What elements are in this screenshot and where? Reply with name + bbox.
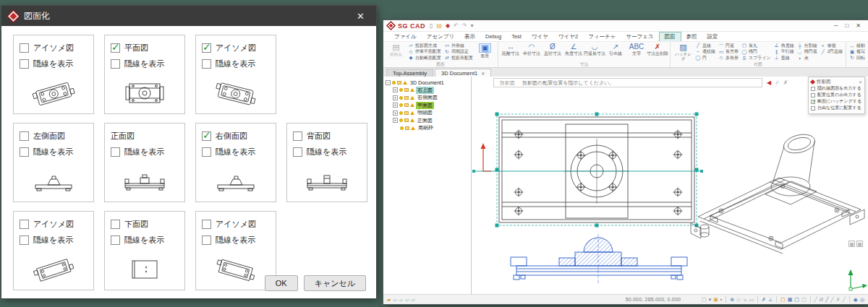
view-checkbox[interactable] xyxy=(20,220,29,229)
ribbon-button[interactable]: ┼分割線 xyxy=(797,43,817,49)
statusbar-toggle-icon[interactable]: ╱ xyxy=(843,295,846,304)
tree-item[interactable]: + 正面図 xyxy=(386,117,471,125)
front-view-drawing[interactable] xyxy=(511,234,687,283)
statusbar-toggle-icon[interactable]: ╱ xyxy=(825,295,828,304)
close-icon[interactable]: ✕ xyxy=(859,79,862,85)
statusbar-toggle-icon[interactable]: ▪ xyxy=(720,295,722,304)
statusbar-toggle-icon[interactable]: ◉ xyxy=(854,295,858,304)
expander-icon[interactable]: + xyxy=(393,95,398,100)
hidden-line-checkbox[interactable] xyxy=(202,147,211,157)
tree-item[interactable]: + 平面図 xyxy=(386,102,471,110)
quick-access-icon[interactable]: ↶ xyxy=(453,22,459,29)
view-checkbox[interactable] xyxy=(111,220,120,229)
expander-icon[interactable]: − xyxy=(386,80,391,85)
view-checkbox[interactable] xyxy=(293,131,302,141)
ribbon-button[interactable]: ◇作業平面配置 xyxy=(408,49,441,56)
hidden-line-checkbox[interactable] xyxy=(293,147,302,157)
close-tab-icon[interactable]: ✕ xyxy=(481,71,485,76)
tree-item[interactable]: + 右側面図 xyxy=(386,94,471,102)
ribbon-big-button[interactable]: ▣配置 xyxy=(475,43,495,61)
isometric-view-drawing[interactable] xyxy=(691,131,864,254)
view-checkbox[interactable] xyxy=(202,131,211,141)
tree-root-label[interactable]: 3D Document1 xyxy=(409,80,446,85)
hidden-line-checkbox[interactable] xyxy=(111,235,120,245)
ribbon-tab[interactable]: Test xyxy=(506,33,527,40)
ribbon-tab[interactable]: 参照 xyxy=(681,33,702,41)
ok-button[interactable]: OK xyxy=(265,275,298,291)
visibility-bulb-icon[interactable] xyxy=(399,118,403,122)
drawing-canvas[interactable]: 投影図 投影図の配置位置を指示してください。 ◀✓✗ 投影図 ✕ 隠れ xyxy=(472,77,868,294)
statusbar-toggle-icon[interactable]: ▦ xyxy=(788,295,793,304)
document-tab[interactable]: 3D Document1 ✕ xyxy=(435,69,491,77)
option-checkbox[interactable] xyxy=(811,100,815,104)
statusbar-toggle-icon[interactable]: ⊕ xyxy=(730,295,734,304)
tree-root[interactable]: − 3D Document1 xyxy=(386,79,471,87)
prompt-action-icon[interactable]: ✗ xyxy=(783,79,788,86)
ribbon-tab[interactable]: ファイル xyxy=(389,33,422,41)
plan-view-drawing[interactable] xyxy=(499,117,694,222)
ribbon-button[interactable]: ◇多角形 xyxy=(718,55,739,61)
ribbon-button[interactable]: ∠角度線 xyxy=(774,43,794,49)
statusbar-toggle-icon[interactable]: Ø xyxy=(820,295,823,304)
hidden-line-checkbox[interactable] xyxy=(20,235,29,245)
expander-icon[interactable]: + xyxy=(393,111,398,116)
statusbar-toggle-icon[interactable]: ◇ xyxy=(736,295,740,304)
ribbon-tab[interactable]: 設定 xyxy=(702,33,723,41)
expander-icon[interactable]: + xyxy=(393,103,398,108)
ribbon-button[interactable]: Ø直径寸法 xyxy=(543,43,562,57)
window-control-icon[interactable]: ─ xyxy=(834,22,838,29)
window-control-icon[interactable]: ✕ xyxy=(856,22,861,29)
quick-access-icon[interactable]: ↷ xyxy=(461,22,468,29)
statusbar-toggle-icon[interactable]: ⊥ xyxy=(768,295,773,304)
statusbar-toggle-icon[interactable]: ╱ xyxy=(830,295,833,304)
ribbon-button[interactable]: ↔移動 xyxy=(849,43,865,49)
window-control-icon[interactable]: □ xyxy=(845,22,848,29)
dialog-titlebar[interactable]: 図面化 ✕ xyxy=(1,6,376,26)
cancel-button[interactable]: キャンセル xyxy=(304,275,366,291)
ribbon-tab[interactable]: フィーチャ xyxy=(583,33,621,41)
ribbon-button[interactable]: ∥平行線 xyxy=(774,49,794,56)
visibility-bulb-icon[interactable] xyxy=(399,103,403,107)
tree-item-label[interactable]: 明細図 xyxy=(416,109,434,116)
hidden-line-checkbox[interactable] xyxy=(202,235,211,245)
ribbon-tab[interactable]: アセンブリ xyxy=(422,33,459,41)
visibility-bulb-icon[interactable] xyxy=(399,96,403,100)
quick-access-icon[interactable]: ▾ xyxy=(470,22,475,29)
hidden-line-checkbox[interactable] xyxy=(202,59,211,69)
ribbon-button[interactable]: ╱2円直線 xyxy=(820,49,843,56)
tree-item-label[interactable]: 用紙枠 xyxy=(417,124,435,131)
document-tab[interactable]: Top-Assembly xyxy=(386,69,433,77)
ribbon-button[interactable]: ↻周期設定 xyxy=(444,49,473,56)
prompt-action-icon[interactable]: ✓ xyxy=(775,79,780,86)
tree-item[interactable]: 用紙枠 xyxy=(386,124,471,132)
hidden-line-checkbox[interactable] xyxy=(20,59,29,69)
hidden-line-checkbox[interactable] xyxy=(111,147,120,157)
expander-icon[interactable]: + xyxy=(393,118,398,123)
ribbon-button[interactable]: ⇄投影再配置 xyxy=(444,55,473,61)
cad-titlebar[interactable]: SG CAD ▯▤◆↶↷▾ ─□✕ xyxy=(383,20,868,32)
ribbon-button[interactable]: ╱直線 xyxy=(695,43,715,49)
tree-item-label[interactable]: 右側面図 xyxy=(416,94,439,101)
close-icon[interactable]: ✕ xyxy=(352,11,369,22)
ribbon-button[interactable]: ↻回転 xyxy=(849,55,865,61)
ribbon-button[interactable]: ◠円弧 xyxy=(718,43,739,49)
visibility-bulb-icon[interactable] xyxy=(400,126,404,130)
quick-access-icon[interactable]: ▤ xyxy=(435,22,443,29)
tree-item-label[interactable]: 正面図 xyxy=(416,117,434,124)
ribbon-button[interactable]: ↔距離寸法 xyxy=(501,43,520,57)
ribbon-button[interactable]: ◠半径寸法 xyxy=(522,43,541,57)
statusbar-file-icon[interactable]: ▱ xyxy=(399,295,403,304)
visibility-bulb-icon[interactable] xyxy=(399,88,403,92)
ribbon-button[interactable]: Sスプライン xyxy=(741,55,771,61)
statusbar-file-icon[interactable]: ▰ xyxy=(387,295,391,304)
ribbon-button[interactable]: ~連続線 xyxy=(695,49,715,56)
view-checkbox[interactable] xyxy=(202,43,211,53)
option-checkbox[interactable] xyxy=(811,106,815,111)
statusbar-toggle-icon[interactable]: ↘ xyxy=(743,295,747,304)
ribbon-button[interactable]: ◯円 xyxy=(695,55,715,61)
statusbar-toggle-icon[interactable]: ◎ xyxy=(860,295,864,304)
option-checkbox[interactable] xyxy=(811,93,815,98)
expander-icon[interactable]: + xyxy=(393,87,398,92)
ribbon-tab[interactable]: ワイヤ xyxy=(527,33,553,41)
ribbon-tab[interactable]: ワイヤ2 xyxy=(553,33,583,41)
